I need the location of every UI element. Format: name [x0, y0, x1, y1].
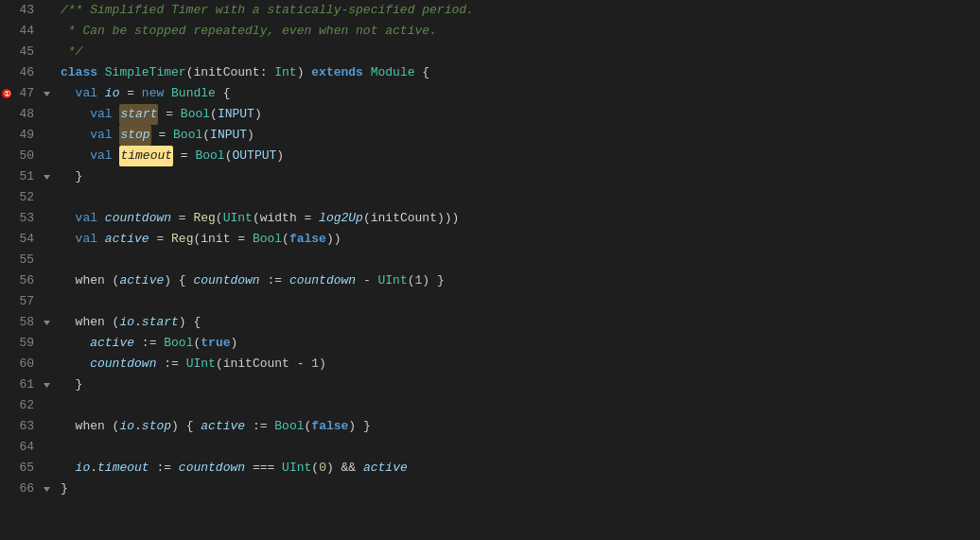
line-number: 54 — [13, 229, 40, 250]
breakpoint-area[interactable] — [0, 274, 13, 287]
breakpoint-area[interactable] — [0, 108, 13, 121]
token: ) — [247, 125, 254, 146]
code-line — [61, 250, 980, 270]
breakpoint-area[interactable] — [0, 4, 13, 17]
token: 1 — [311, 354, 319, 375]
line-number: 58 — [13, 312, 40, 333]
token: (init = — [193, 229, 252, 250]
breakpoint-area[interactable] — [0, 66, 13, 79]
breakpoint-area[interactable] — [0, 191, 13, 204]
gutter-row: 53 — [0, 208, 53, 229]
breakpoint-area[interactable] — [0, 482, 13, 496]
token: when ( — [61, 270, 119, 291]
token: Bool — [195, 146, 224, 166]
fold-icon[interactable] — [40, 482, 53, 496]
token: = — [119, 83, 141, 104]
gutter-row: ①47 — [0, 83, 53, 104]
breakpoint-area[interactable] — [0, 253, 13, 267]
token: UInt — [282, 458, 311, 479]
token — [61, 125, 90, 146]
token: ( — [216, 208, 223, 229]
breakpoint-area[interactable] — [0, 399, 13, 412]
breakpoint-area[interactable] — [0, 462, 13, 475]
breakpoint-area[interactable] — [0, 316, 13, 329]
breakpoint-area[interactable] — [0, 25, 13, 38]
breakpoint-area[interactable] — [0, 45, 13, 59]
breakpoint-area[interactable] — [0, 420, 13, 433]
fold-icon — [40, 149, 53, 163]
breakpoint-area[interactable] — [0, 233, 13, 246]
token: countdown — [90, 354, 156, 375]
code-line: val io = new Bundle { — [61, 83, 980, 104]
token — [61, 146, 90, 166]
line-number: 56 — [13, 270, 40, 291]
token: class — [61, 62, 105, 83]
gutter-row: 45 — [0, 42, 53, 62]
line-number: 52 — [13, 187, 40, 208]
token — [61, 208, 76, 229]
breakpoint-area[interactable] — [0, 357, 13, 371]
breakpoint-area[interactable] — [0, 441, 13, 454]
fold-icon — [40, 274, 53, 287]
breakpoint-area[interactable] — [0, 149, 13, 163]
line-number: 66 — [13, 479, 40, 499]
token: . — [90, 458, 97, 479]
line-number: 43 — [13, 0, 40, 21]
fold-icon[interactable] — [40, 170, 53, 183]
breakpoint-area[interactable] — [0, 129, 13, 142]
token: ( — [210, 104, 218, 125]
breakpoint-dot: ① — [2, 89, 11, 98]
line-gutter: 43444546①4748495051525354555657585960616… — [0, 0, 57, 540]
token: val — [76, 229, 105, 250]
token — [61, 104, 90, 125]
token — [61, 354, 90, 375]
token: . — [134, 312, 142, 333]
token: countdown — [289, 270, 356, 291]
token: } — [61, 166, 82, 187]
code-area: 43444546①4748495051525354555657585960616… — [0, 0, 980, 540]
gutter-row: 51 — [0, 166, 53, 187]
fold-icon — [40, 233, 53, 246]
token: (initCount: — [186, 62, 275, 83]
token — [61, 83, 76, 104]
fold-icon — [40, 420, 53, 433]
breakpoint-area[interactable] — [0, 378, 13, 392]
token: ( — [311, 458, 319, 479]
token: Reg — [171, 229, 193, 250]
fold-icon[interactable] — [40, 316, 53, 329]
breakpoint-area[interactable]: ① — [0, 87, 13, 100]
code-line: io.timeout := countdown === UInt(0) && a… — [61, 458, 980, 479]
token: := — [245, 416, 274, 437]
token: when ( — [61, 312, 119, 333]
token: 0 — [319, 458, 326, 479]
code-line — [61, 187, 980, 208]
token: Bool — [164, 333, 193, 354]
token: := — [260, 270, 289, 291]
token: (initCount))) — [363, 208, 459, 229]
gutter-row: 56 — [0, 270, 53, 291]
breakpoint-area[interactable] — [0, 212, 13, 225]
fold-icon[interactable] — [40, 87, 53, 100]
token: val — [76, 83, 105, 104]
token: log2Up — [319, 208, 363, 229]
line-number: 65 — [13, 458, 40, 479]
token: false — [289, 229, 326, 250]
fold-icon — [40, 191, 53, 204]
line-number: 59 — [13, 333, 40, 354]
token: ) } — [422, 270, 444, 291]
fold-icon — [40, 253, 53, 267]
gutter-row: 63 — [0, 416, 53, 437]
breakpoint-area[interactable] — [0, 337, 13, 350]
token: UInt — [223, 208, 253, 229]
fold-icon — [40, 295, 53, 308]
breakpoint-area[interactable] — [0, 170, 13, 183]
breakpoint-area[interactable] — [0, 295, 13, 308]
code-line: active := Bool(true) — [61, 333, 980, 354]
gutter-row: 57 — [0, 291, 53, 312]
fold-icon[interactable] — [40, 378, 53, 392]
code-editor: 43444546①4748495051525354555657585960616… — [0, 0, 980, 540]
token: start — [119, 104, 158, 125]
gutter-row: 44 — [0, 21, 53, 42]
token: UInt — [186, 354, 216, 375]
gutter-row: 50 — [0, 146, 53, 166]
